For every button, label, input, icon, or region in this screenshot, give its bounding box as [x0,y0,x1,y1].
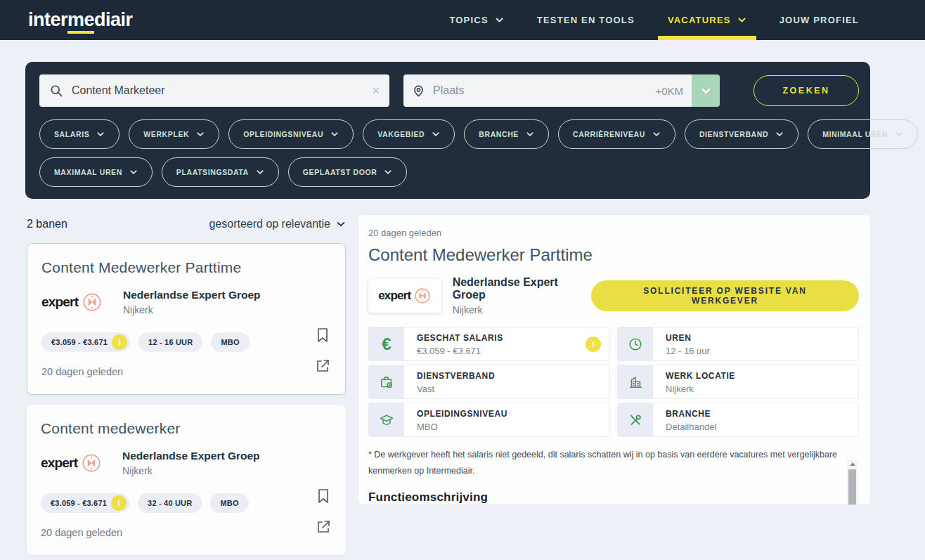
filter-opleidingsniveau[interactable]: OPLEIDINGSNIVEAU [228,119,354,149]
company-logo-text: expert [41,455,77,471]
description-heading: Functieomschrijving [368,490,859,504]
nav-item-testen-en-tools[interactable]: TESTEN EN TOOLS [537,0,635,40]
expert-badge-icon [82,453,101,473]
filter-label: BRANCHE [479,130,519,138]
location-field: +0KM [403,74,692,107]
logo-part: inter [28,9,67,30]
filter-werkplek[interactable]: WERKPLEK [129,119,219,149]
filter-branche[interactable]: BRANCHE [464,119,549,149]
chevron-down-icon [196,130,205,138]
filter-label: PLAATSINGSDATA [176,168,249,176]
company-name: Nederlandse Expert Groep [123,289,261,301]
filter-vakgebied[interactable]: VAKGEBIED [363,119,455,149]
location-input[interactable] [433,84,655,97]
salary-badge: €3.059 - €3.671i [41,332,130,352]
bookmark-icon[interactable] [314,327,331,344]
filter-carriereniveau[interactable]: CARRIÈRENIVEAU [558,119,675,149]
scrollbar-up-arrow-icon[interactable] [847,460,858,469]
attribute-value: Vast [417,384,609,394]
chevron-down-icon [256,168,264,176]
posted-date: 20 dagen geleden [41,527,332,538]
search-submit-button[interactable]: ZOEKEN [753,75,859,106]
attribute-body: DIENSTVERBAND Vast [404,365,609,398]
euro-icon: € [369,327,404,360]
info-icon[interactable]: i [586,337,601,352]
attribute-value: MBO [417,422,609,432]
info-icon[interactable]: i [111,495,127,511]
hours-badge: 12 - 16 UUR [138,332,202,352]
filter-label: VAKGEBIED [377,130,425,138]
attribute-body: OPLEIDINGSNIVEAU MBO [404,403,609,436]
company-row: expert Nederlandse Expert Groep Nijkerk [41,289,331,315]
location-pin-icon [412,84,425,98]
chevron-down-icon [384,168,392,176]
attribute-value: 12 - 16 uur [666,346,858,356]
active-tab-underline [658,36,756,40]
education-badge: MBO [211,332,249,352]
job-card-1[interactable]: Content Medewerker Parttime expert Neder… [27,243,346,395]
badge-row: €3.059 - €3.671i 32 - 40 UUR MBO [41,493,332,513]
filter-minimaal-uren[interactable]: MINIMAAL UREN [808,119,918,149]
external-link-icon[interactable] [315,519,332,535]
company-logo-text: expert [378,289,410,303]
chevron-down-icon [737,15,746,25]
hours-badge: 32 - 40 UUR [138,493,202,513]
filter-row-2: MAXIMAAL UREN PLAATSINGSDATA GEPLAATST D… [39,157,407,187]
attribute-label: DIENSTVERBAND [417,371,609,381]
job-title: Content Medewerker Parttime [41,259,331,276]
apply-button[interactable]: SOLLICITEER OP WEBSITE VAN WERKGEVER [591,280,859,311]
company-row: expert Nederlandse Expert Groep Nijkerk [41,450,332,476]
chevron-down-icon [652,130,661,138]
external-link-icon[interactable] [314,358,331,375]
intermediair-logo[interactable]: intermediair [28,9,133,31]
logo-part: diair [94,9,133,30]
filter-salaris[interactable]: SALARIS [39,119,119,149]
company-logo: expert [378,287,431,304]
clear-search-icon[interactable]: × [372,84,380,97]
job-title: Content medewerker [41,420,332,437]
company-block: Nederlandse Expert Groep Nijkerk [453,276,591,315]
attribute-label: UREN [666,333,858,343]
filter-label: MINIMAAL UREN [822,130,888,138]
attribute-hours: UREN 12 - 16 uur [617,327,859,361]
nav-menu: TOPICS TESTEN EN TOOLS VACATURES JOUW PR… [449,0,859,40]
keyword-search-field: × [39,74,389,107]
sort-dropdown[interactable]: gesorteerd op relevantie [209,218,346,230]
nav-item-topics[interactable]: TOPICS [449,0,503,40]
filter-row-1: SALARIS WERKPLEK OPLEIDINGSNIVEAU VAKGEB… [39,119,918,149]
info-icon[interactable]: i [112,334,127,350]
badge-row: €3.059 - €3.671i 12 - 16 UUR MBO [41,332,331,352]
top-nav: intermediair TOPICS TESTEN EN TOOLS VACA… [0,0,925,40]
attributes-grid: € GESCHAT SALARIS €3.059 - €3.671 i UREN… [368,327,859,437]
location-search-group: +0KM [403,74,720,107]
chevron-down-icon [96,130,105,138]
filter-label: DIENSTVERBAND [699,130,768,138]
scrollbar-thumb[interactable] [848,469,856,504]
attribute-employment: DIENSTVERBAND Vast [368,365,610,399]
nav-item-vacatures[interactable]: VACATURES [668,0,746,40]
bookmark-icon[interactable] [315,488,332,504]
job-card-2[interactable]: Content medewerker expert Nederlandse Ex… [27,405,346,555]
education-icon [369,403,404,436]
radius-dropdown-button[interactable] [692,74,720,107]
search-panel: × +0KM ZOEKEN SALARIS WERKPLEK OPLEIDING… [25,62,870,199]
filter-geplaatst-door[interactable]: GEPLAATST DOOR [288,157,408,187]
attribute-value: Nijkerk [666,384,858,394]
keyword-search-input[interactable] [72,84,372,97]
clock-icon [618,327,653,360]
filter-dienstverband[interactable]: DIENSTVERBAND [685,119,798,149]
logo-part-underlined: me [67,9,94,34]
chevron-down-icon [701,86,711,96]
expert-badge-icon [82,292,102,312]
filter-plaatsingsdata[interactable]: PLAATSINGSDATA [162,157,279,187]
nav-label: VACATURES [668,15,731,25]
attribute-education: OPLEIDINGSNIVEAU MBO [368,403,610,437]
attribute-work-location: WERK LOCATIE Nijkerk [617,365,859,399]
filter-maximaal-uren[interactable]: MAXIMAAL UREN [39,157,153,187]
chevron-down-icon [330,130,339,138]
nav-item-jouw-profiel[interactable]: JOUW PROFIEL [780,0,859,40]
posted-date: 20 dagen geleden [41,366,331,377]
attribute-label: OPLEIDINGSNIVEAU [417,409,609,419]
expert-badge-icon [414,287,431,304]
scrollbar[interactable] [847,460,858,504]
